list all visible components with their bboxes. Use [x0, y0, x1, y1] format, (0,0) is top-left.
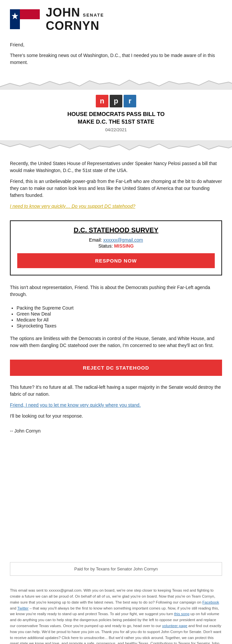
- survey-status: Status: MISSING: [17, 243, 215, 249]
- survey-status-label: Status:: [98, 243, 113, 249]
- looking-out-text: I'll be looking out for your response.: [10, 413, 222, 420]
- survey-title: D.C. STATEHOOD SURVEY: [17, 226, 215, 234]
- email-wrapper: JOHN SENATE CORNYN Friend, There's some …: [0, 0, 232, 644]
- body3-text: This isn't about representation, Friend.…: [10, 284, 222, 298]
- spacer: [0, 436, 232, 542]
- survey-email-value[interactable]: xxxxxx@gmail.com: [103, 237, 143, 243]
- footer-and: and: [10, 606, 17, 610]
- torn-divider-bottom: [0, 140, 232, 153]
- facebook-link[interactable]: Facebook: [203, 600, 219, 604]
- body4-text: The options are limitless with the Democ…: [10, 335, 222, 349]
- npr-headline: HOUSE DEMOCRATS PASS BILL TO MAKE D.C. T…: [10, 111, 222, 126]
- svg-rect-1: [20, 9, 40, 19]
- body3-section: This isn't about representation, Friend.…: [0, 281, 232, 305]
- torn-divider-top: [0, 77, 232, 90]
- header: JOHN SENATE CORNYN: [0, 0, 232, 35]
- npr-section: n p r HOUSE DEMOCRATS PASS BILL TO MAKE …: [0, 93, 232, 137]
- npr-headline-line1: HOUSE DEMOCRATS PASS BILL TO: [67, 111, 164, 117]
- senate-label: SENATE: [83, 13, 104, 18]
- greeting: Friend,: [0, 35, 232, 49]
- svg-rect-0: [10, 9, 20, 29]
- intro-section: There's some breaking news out of Washin…: [0, 49, 232, 73]
- sign-off: -- John Cornyn: [0, 427, 232, 436]
- survey-email-label: Email:: [89, 237, 102, 243]
- bullet-item: Packing the Supreme Court: [17, 305, 222, 311]
- greeting-text: Friend,: [10, 42, 25, 47]
- sign-off-text: -- John Cornyn: [10, 428, 41, 434]
- npr-p-letter: p: [114, 97, 118, 105]
- survey-box: D.C. STATEHOOD SURVEY Email: xxxxxx@gmai…: [10, 220, 222, 275]
- last-name: CORNYN: [46, 19, 99, 32]
- body5-section: This future? It's no future at all. The …: [0, 381, 232, 427]
- npr-n-letter: n: [100, 97, 104, 105]
- body1-text: Recently, the United States House of Rep…: [10, 160, 222, 174]
- volunteer-page-link[interactable]: volunteer page: [162, 624, 187, 628]
- body1-section: Recently, the United States House of Rep…: [0, 157, 232, 217]
- bullet-item: Skyrocketing Taxes: [17, 323, 222, 328]
- footer-disclaimer: This email was sent to xxxxxx@gmail.com.…: [0, 582, 232, 644]
- paid-for-box: Paid for by Texans for Senator John Corn…: [10, 562, 222, 576]
- first-name: JOHN: [46, 6, 80, 19]
- npr-n-box: n: [96, 95, 108, 107]
- npr-r-letter: r: [129, 97, 132, 105]
- this-song-link[interactable]: this song: [174, 612, 189, 616]
- npr-date: 04/22/2021: [10, 127, 222, 132]
- yellow-link[interactable]: I need to know very quickly… Do you supp…: [10, 204, 135, 209]
- bullet-item: Medicare for All: [17, 317, 222, 322]
- body5-text: This future? It's no future at all. The …: [10, 384, 222, 398]
- twitter-link[interactable]: Twitter: [17, 606, 29, 610]
- body2-text: Friend, this is an unbelievable power-gr…: [10, 178, 222, 199]
- bullet-item: Green New Deal: [17, 311, 222, 317]
- bullet-list: Packing the Supreme Court Green New Deal…: [17, 305, 222, 328]
- footer-line1: This email was sent to xxxxxx@gmail.com.…: [10, 588, 215, 604]
- svg-rect-2: [20, 19, 40, 29]
- paid-for-text: Paid for by Texans for Senator John Corn…: [74, 566, 158, 571]
- respond-now-button[interactable]: RESPOND NOW: [17, 253, 215, 268]
- npr-p-box: p: [110, 95, 122, 107]
- friend-link[interactable]: Friend, I need you to let me know very q…: [10, 402, 141, 408]
- npr-headline-line2: MAKE D.C. THE 51ST STATE: [78, 119, 154, 125]
- survey-email: Email: xxxxxx@gmail.com: [17, 237, 215, 243]
- texas-flag-icon: [10, 9, 40, 29]
- npr-logo: n p r: [96, 95, 136, 107]
- npr-r-box: r: [124, 95, 136, 107]
- reject-button[interactable]: REJECT DC STATEHOOD: [10, 360, 222, 376]
- body4-section: The options are limitless with the Democ…: [0, 332, 232, 356]
- intro-text: There's some breaking news out of Washin…: [10, 52, 222, 66]
- senator-name: JOHN SENATE CORNYN: [46, 6, 104, 32]
- survey-status-value: MISSING: [114, 243, 134, 249]
